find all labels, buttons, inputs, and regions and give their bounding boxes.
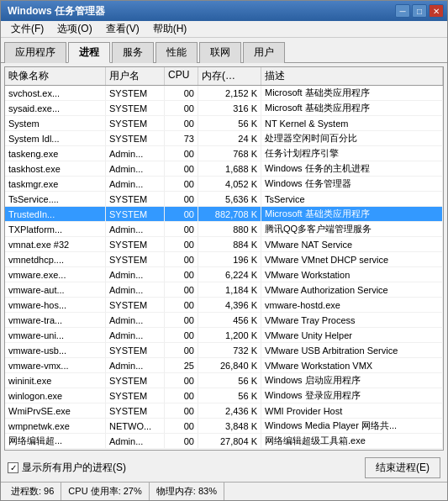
table-row[interactable]: vmware-usb...SYSTEM00732 KVMware USB Arb… [5,343,443,358]
col-header-mem[interactable]: 内存(… [198,67,261,85]
table-cell: SYSTEM [106,116,165,130]
table-cell: 316 K [198,101,261,115]
maximize-button[interactable]: □ [412,4,427,18]
table-cell: 1,200 K [198,328,261,342]
table-cell: SYSTEM [106,298,165,312]
table-cell: Admin... [106,358,165,372]
tab-applications[interactable]: 应用程序 [4,42,66,63]
table-cell: SYSTEM [106,388,165,403]
table-cell: 56 K [198,388,261,403]
window-title: Windows 任务管理器 [8,4,105,18]
col-header-cpu[interactable]: CPU [165,67,198,85]
table-cell: vmnetdhcp.... [5,252,106,266]
col-header-user[interactable]: 用户名 [106,67,165,85]
table-row[interactable]: taskmgr.exeAdmin...004,052 KWindows 任务管理… [5,177,443,192]
table-cell: Admin... [106,434,165,448]
table-row[interactable]: vmnetdhcp....SYSTEM00196 KVMware VMnet D… [5,252,443,267]
table-row[interactable]: taskhost.exeAdmin...001,688 KWindows 任务的… [5,161,443,177]
table-cell: VMware USB Arbitration Service [261,343,443,357]
table-row[interactable]: vmware-hos...SYSTEM004,396 Kvmware-hostd… [5,298,443,313]
tab-services[interactable]: 服务 [112,42,154,63]
table-row[interactable]: TsService....SYSTEM005,636 KTsService [5,192,443,207]
tab-users[interactable]: 用户 [243,42,285,63]
show-all-users-label: 显示所有用户的进程(S) [22,461,126,475]
table-cell: Windows 任务的主机进程 [261,161,443,176]
col-header-desc[interactable]: 描述 [261,67,443,85]
table-row[interactable]: taskeng.exeAdmin...00768 K任务计划程序引擎 [5,146,443,161]
table-cell: SYSTEM [106,403,165,418]
table-row[interactable]: winlogon.exeSYSTEM0056 KWindows 登录应用程序 [5,388,443,403]
table-row[interactable]: WmiPrvSE.exeSYSTEM002,436 KWMI Provider … [5,403,443,419]
tabs-bar: 应用程序 进程 服务 性能 联网 用户 [1,38,447,63]
table-cell: Admin... [106,282,165,297]
table-cell: 00 [165,192,198,206]
table-row[interactable]: wininit.exeSYSTEM0056 KWindows 启动应用程序 [5,373,443,388]
table-cell: 56 K [198,373,261,388]
table-cell: Admin... [106,328,165,342]
end-process-button[interactable]: 结束进程(E) [365,457,440,478]
table-cell: 网络编辑超... [5,434,106,448]
table-cell: wmpnetwk.exe [5,419,106,433]
table-row[interactable]: System Idl...SYSTEM7324 K处理器空闲时间百分比 [5,131,443,146]
table-cell: Microsoft 基础类应用程序 [261,86,443,100]
table-cell: 3,848 K [198,419,261,433]
table-row[interactable]: TXPlatform...Admin...00880 K腾讯QQ多客户端管理服务 [5,222,443,237]
table-cell: WmiPrvSE.exe [5,403,106,418]
tab-networking[interactable]: 联网 [199,42,241,63]
table-cell: 00 [165,177,198,191]
process-table-container: 映像名称 用户名 CPU 内存(… 描述 svchost.ex...SYSTEM… [4,66,444,451]
table-cell: System [5,116,106,130]
table-row[interactable]: SystemSYSTEM0056 KNT Kernel & System [5,116,443,131]
table-cell: 00 [165,237,198,251]
col-header-name[interactable]: 映像名称 [5,67,106,85]
table-cell: VMware Tray Process [261,313,443,327]
menu-help[interactable]: 帮助(H) [146,21,194,37]
table-cell: 00 [165,282,198,297]
table-row[interactable]: wmpnetwk.exeNETWO...003,848 KWindows Med… [5,419,443,434]
table-cell: 00 [165,388,198,403]
close-button[interactable]: ✕ [429,4,444,18]
table-cell: 00 [165,419,198,433]
table-cell: VMware Authorization Service [261,282,443,297]
table-cell: TXPlatform... [5,222,106,236]
table-row[interactable]: TrustedIn...SYSTEM00882,708 KMicrosoft 基… [5,207,443,222]
menu-options[interactable]: 选项(O) [50,21,98,37]
table-row[interactable]: vmware-vmx...Admin...2526,840 KVMware Wo… [5,358,443,373]
table-cell: SYSTEM [106,373,165,388]
minimize-button[interactable]: ─ [395,4,410,18]
table-cell: 00 [165,207,198,221]
table-row[interactable]: vmware-aut...Admin...001,184 KVMware Aut… [5,282,443,298]
menu-view[interactable]: 查看(V) [99,21,146,37]
table-cell: SYSTEM [106,192,165,206]
table-cell: Windows 任务管理器 [261,177,443,191]
table-cell: Windows Media Player 网络共... [261,419,443,433]
table-header: 映像名称 用户名 CPU 内存(… 描述 [5,67,443,86]
table-row[interactable]: vmware-tra...Admin...00456 KVMware Tray … [5,313,443,328]
show-all-users-area: ✓ 显示所有用户的进程(S) [8,461,126,475]
table-cell: Admin... [106,146,165,161]
table: 映像名称 用户名 CPU 内存(… 描述 svchost.ex...SYSTEM… [5,67,443,450]
tab-performance[interactable]: 性能 [155,42,198,63]
table-row[interactable]: sysaid.exe...SYSTEM00316 KMicrosoft 基础类应… [5,101,443,116]
table-cell: VMware Unity Helper [261,328,443,342]
table-row[interactable]: 网络编辑超...Admin...0027,804 K网络编辑超级工具箱.exe [5,434,443,449]
table-row[interactable]: vmware.exe...Admin...006,224 KVMware Wor… [5,267,443,282]
table-cell: 5,636 K [198,192,261,206]
table-cell: 768 K [198,146,261,161]
table-row[interactable]: vmware-uni...Admin...001,200 KVMware Uni… [5,328,443,343]
table-cell: 00 [165,434,198,448]
table-row[interactable]: vmnat.exe #32SYSTEM00884 KVMware NAT Ser… [5,237,443,252]
table-cell: 00 [165,116,198,130]
tab-processes[interactable]: 进程 [68,42,110,63]
table-cell: vmware-tra... [5,313,106,327]
table-cell: 4,052 K [198,177,261,191]
process-count-status: 进程数: 96 [4,483,61,500]
table-row[interactable]: svchost.ex...SYSTEM002,152 KMicrosoft 基础… [5,86,443,101]
show-all-users-checkbox[interactable]: ✓ [8,462,18,473]
table-cell: vmware-usb... [5,343,106,357]
table-cell: Microsoft 基础类应用程序 [261,207,443,221]
table-cell: SYSTEM [106,101,165,115]
menu-file[interactable]: 文件(F) [4,21,50,37]
table-cell: vmware-uni... [5,328,106,342]
table-cell: 26,840 K [198,358,261,372]
